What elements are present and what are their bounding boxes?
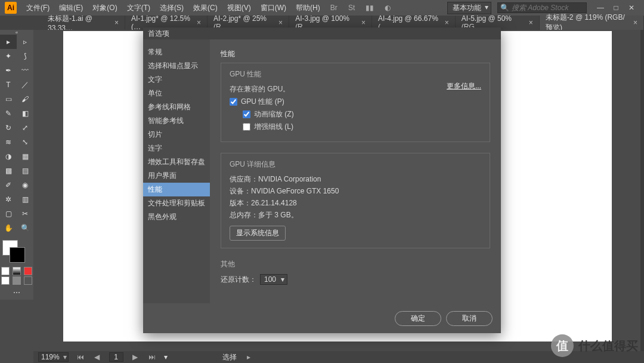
direct-selection-tool[interactable]: ▹ [17,35,33,49]
window-close-button[interactable]: ✕ [624,2,639,14]
line-tool[interactable]: ／ [17,78,33,92]
hand-tool[interactable]: ✋ [0,221,17,235]
window-maximize-button[interactable]: □ [608,2,624,14]
menu-object[interactable]: 对象(O) [89,2,120,14]
prefs-cat-hyphenation[interactable]: 连字 [143,141,210,155]
ok-button[interactable]: 确定 [395,311,441,326]
gpu-perf-checkbox[interactable] [230,98,237,106]
menu-effect[interactable]: 效果(C) [190,2,221,14]
prefs-cat-black[interactable]: 黑色外观 [143,210,210,224]
undo-count-select[interactable]: 100 [260,274,287,285]
prefs-cat-ui[interactable]: 用户界面 [143,169,210,183]
gpu-perf-checkbox-row[interactable]: GPU 性能 (P) [230,97,481,107]
stock-icon[interactable]: St [346,2,357,13]
artboard-tool[interactable]: ▢ [0,207,17,221]
eraser-tool[interactable]: ◧ [17,106,33,121]
rotate-tool[interactable]: ↻ [0,121,17,135]
prefs-cat-guides[interactable]: 参考线和网格 [143,100,210,114]
doc-tab[interactable]: 未标题-2 @ 119% (RGB/预览)× [540,16,644,30]
shape-builder-tool[interactable]: ◑ [0,149,17,164]
menu-help[interactable]: 帮助(H) [292,2,324,14]
more-info-link[interactable]: 更多信息... [447,81,481,91]
tools-collapse[interactable]: « [0,30,33,35]
menu-view[interactable]: 视图(V) [224,2,255,14]
magic-wand-tool[interactable]: ✦ [0,49,17,63]
enhance-thin-checkbox[interactable] [243,123,250,131]
prev-artboard-button[interactable]: ◀ [92,353,102,361]
width-tool[interactable]: ≋ [0,135,17,149]
doc-tab[interactable]: 未标题-1.ai @ 33.33…× [42,16,125,30]
prefs-cat-filehandling[interactable]: 文件处理和剪贴板 [143,196,210,210]
prefs-cat-plugins[interactable]: 增效工具和暂存盘 [143,155,210,169]
scale-tool[interactable]: ⤢ [17,121,33,135]
draw-behind[interactable] [13,276,21,285]
symbol-sprayer-tool[interactable]: ✲ [0,192,17,207]
dialog-title-bar[interactable]: 首选项 [143,27,501,39]
rectangle-tool[interactable]: ▭ [0,92,17,106]
perspective-tool[interactable]: ▦ [17,149,33,164]
artboard-nav-dropdown[interactable]: ▾ [164,353,168,361]
stock-search-input[interactable] [512,4,583,12]
next-artboard-button[interactable]: ▶ [131,353,140,361]
eyedropper-tool[interactable]: ✐ [0,178,17,192]
prefs-cat-smartguides[interactable]: 智能参考线 [143,114,210,128]
stroke-color[interactable] [10,247,25,263]
none-mode[interactable] [24,267,32,275]
enhance-thin-checkbox-row[interactable]: 增强细线 (L) [243,122,481,132]
mesh-tool[interactable]: ▩ [0,164,17,178]
shaper-tool[interactable]: ✎ [0,106,17,121]
prefs-cat-units[interactable]: 单位 [143,87,210,100]
animated-zoom-checkbox[interactable] [243,110,250,118]
menu-type[interactable]: 文字(T) [123,2,154,14]
close-icon[interactable]: × [278,19,283,27]
menu-select[interactable]: 选择(S) [156,2,187,14]
status-menu-button[interactable]: ▸ [244,353,253,361]
lasso-tool[interactable]: ⟆ [17,49,33,63]
right-panel-dock[interactable] [640,30,644,351]
curvature-tool[interactable]: 〰 [17,63,33,78]
color-swatches[interactable] [0,238,33,266]
zoom-tool[interactable]: 🔍 [17,221,33,235]
menu-edit[interactable]: 编辑(E) [55,2,86,14]
color-mode[interactable] [1,267,10,275]
free-transform-tool[interactable]: ⤡ [17,135,33,149]
close-icon[interactable]: × [445,19,449,27]
selection-tool[interactable]: ▸ [0,35,17,49]
draw-inside[interactable] [24,276,32,285]
blend-tool[interactable]: ◉ [17,178,33,192]
artboard-number-input[interactable] [109,352,123,362]
close-icon[interactable]: × [529,19,533,27]
close-icon[interactable]: × [633,19,637,27]
close-icon[interactable]: × [114,19,119,27]
prefs-cat-slices[interactable]: 切片 [143,128,210,141]
prefs-cat-performance[interactable]: 性能 [143,183,210,196]
close-icon[interactable]: × [197,19,201,27]
gradient-tool[interactable]: ▤ [17,164,33,178]
paintbrush-tool[interactable]: 🖌 [17,92,33,106]
cancel-button[interactable]: 取消 [446,311,493,326]
prefs-cat-type[interactable]: 文字 [143,73,210,87]
prefs-cat-selection[interactable]: 选择和锚点显示 [143,59,210,73]
animated-zoom-checkbox-row[interactable]: 动画缩放 (Z) [243,109,481,119]
menu-window[interactable]: 窗口(W) [257,2,290,14]
arrange-icon[interactable]: ▮▮ [364,2,375,13]
workspace-switcher[interactable]: 基本功能 [447,2,491,14]
zoom-level-select[interactable]: 119% [38,352,69,362]
first-artboard-button[interactable]: ⏮ [76,353,85,361]
gpu-icon[interactable]: ◐ [382,2,393,13]
edit-toolbar-button[interactable]: ⋯ [0,285,33,300]
type-tool[interactable]: T [0,78,17,92]
show-system-info-button[interactable]: 显示系统信息 [230,226,286,241]
bridge-icon[interactable]: Br [329,2,339,13]
draw-normal[interactable] [1,276,10,285]
prefs-cat-general[interactable]: 常规 [143,45,210,59]
window-minimize-button[interactable]: — [593,2,608,14]
last-artboard-button[interactable]: ⏭ [147,353,157,361]
gradient-mode[interactable] [13,267,21,275]
stock-search[interactable]: 🔍 [497,2,587,13]
close-icon[interactable]: × [361,19,366,27]
pen-tool[interactable]: ✒ [0,63,17,78]
slice-tool[interactable]: ✂ [17,207,33,221]
column-graph-tool[interactable]: ▥ [17,192,33,207]
menu-file[interactable]: 文件(F) [23,2,53,14]
